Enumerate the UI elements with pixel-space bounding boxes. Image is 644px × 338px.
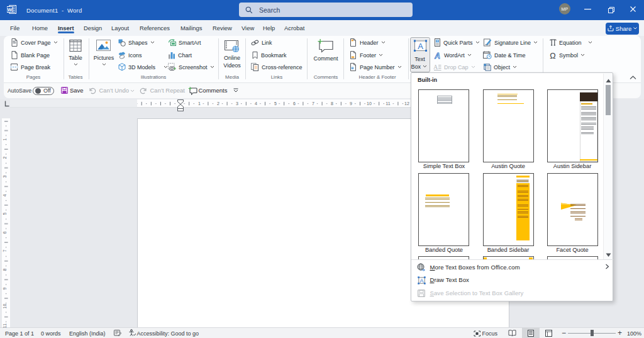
svg-text:Ω: Ω bbox=[550, 52, 555, 59]
svg-text:A: A bbox=[433, 64, 438, 70]
svg-text:A: A bbox=[434, 52, 440, 59]
svg-text:A: A bbox=[418, 41, 423, 50]
svg-text:A: A bbox=[419, 277, 423, 283]
svg-text:W: W bbox=[8, 7, 13, 13]
